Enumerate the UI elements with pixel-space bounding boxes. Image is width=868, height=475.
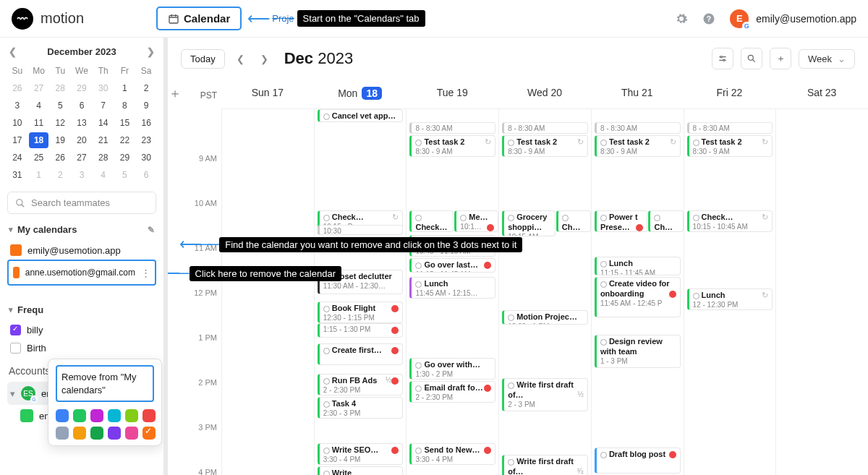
calendar-event[interactable]: Test task 2↻8:30 - 9 AM bbox=[687, 135, 773, 157]
checkbox-icon[interactable] bbox=[10, 343, 21, 354]
minical-day[interactable]: 30 bbox=[136, 150, 156, 166]
minical-day[interactable]: 16 bbox=[136, 115, 156, 131]
frequent-billy[interactable]: billy bbox=[7, 321, 156, 339]
user-avatar[interactable]: EG bbox=[730, 9, 749, 28]
minical-day[interactable]: 21 bbox=[93, 132, 114, 148]
minical-day[interactable]: 28 bbox=[50, 80, 70, 96]
add-event-icon[interactable]: ＋ bbox=[770, 48, 791, 69]
calendar-event[interactable]: Design review with team1 - 3 PM bbox=[595, 335, 681, 368]
calendar-event[interactable]: Check…↻10:15 - 10:45 AM bbox=[687, 210, 773, 232]
calendar-event[interactable]: Ch…↻10:1… bbox=[556, 210, 591, 232]
minical-day[interactable]: 4 bbox=[29, 98, 49, 114]
minical-day[interactable]: 27 bbox=[72, 150, 92, 166]
calendar-event[interactable]: Task 42:30 - 3 PM bbox=[318, 397, 404, 419]
calendar-event[interactable]: 8 - 8:30 AM bbox=[502, 122, 588, 134]
calendar-event[interactable]: Book Flight12:30 - 1:15 PM bbox=[318, 301, 404, 323]
calendar-event[interactable]: Create first… bbox=[318, 343, 404, 365]
calendar-event[interactable]: Lunch↻12 - 12:30 PM bbox=[687, 288, 773, 310]
calendar-event[interactable]: Write first draft of…½2 - 3 PM bbox=[502, 378, 588, 411]
minical-day[interactable]: 13 bbox=[72, 115, 92, 131]
color-swatch[interactable] bbox=[125, 427, 138, 440]
color-swatch[interactable] bbox=[90, 427, 103, 440]
day-column-sat[interactable] bbox=[775, 109, 868, 475]
calendar-event[interactable]: Write first draft of…²⁄₂ bbox=[502, 455, 588, 475]
color-swatch[interactable] bbox=[73, 409, 86, 422]
next-week[interactable]: ❯ bbox=[256, 52, 273, 66]
minical-day[interactable]: 3 bbox=[7, 98, 27, 114]
minical-day[interactable]: 12 bbox=[50, 115, 70, 131]
calendar-event[interactable]: 8 - 8:30 AM bbox=[595, 122, 681, 134]
minical-day[interactable]: 23 bbox=[136, 132, 156, 148]
minical-prev[interactable]: ❮ bbox=[9, 46, 17, 57]
calendar-event[interactable]: 10:30 bbox=[318, 225, 404, 235]
minical-day[interactable]: 2 bbox=[50, 167, 70, 183]
prev-week[interactable]: ❮ bbox=[232, 52, 249, 66]
color-swatch[interactable] bbox=[90, 409, 103, 422]
frequent-birth[interactable]: Birth bbox=[7, 339, 156, 357]
calendar-event[interactable]: Me…10:1… bbox=[454, 210, 498, 232]
calendar-event[interactable]: Power t Prese… bbox=[595, 210, 647, 232]
search-teammates-input[interactable]: Search teammates bbox=[7, 192, 156, 214]
minical-day[interactable]: 11 bbox=[29, 115, 49, 131]
help-icon[interactable]: ? bbox=[702, 12, 715, 25]
minical-day[interactable]: 8 bbox=[115, 98, 135, 114]
minical-day[interactable]: 1 bbox=[29, 167, 49, 183]
settings-sliders-icon[interactable] bbox=[712, 48, 733, 69]
minical-day[interactable]: 17 bbox=[7, 132, 27, 148]
calendar-event[interactable]: Go over last…11:15 - 11:45 AM bbox=[409, 258, 495, 273]
section-my-calendars[interactable]: ▾ My calendars ✎ bbox=[7, 218, 156, 241]
today-button[interactable]: Today bbox=[181, 49, 225, 69]
day-column-thu[interactable]: 8 - 8:30 AMTest task 2↻8:30 - 9 AMPower … bbox=[591, 109, 684, 475]
minical-day[interactable]: 9 bbox=[136, 98, 156, 114]
add-calendar-icon[interactable]: ＋ bbox=[168, 85, 182, 109]
minical-day[interactable]: 26 bbox=[7, 80, 27, 96]
calendar-item-emily[interactable]: emily@usemotion.app bbox=[7, 241, 156, 260]
color-swatch[interactable] bbox=[125, 409, 138, 422]
day-column-wed[interactable]: 8 - 8:30 AMTest task 2↻8:30 - 9 AMGrocer… bbox=[498, 109, 591, 475]
color-swatch[interactable] bbox=[108, 427, 121, 440]
color-swatch[interactable] bbox=[56, 409, 69, 422]
minical-day[interactable]: 6 bbox=[136, 167, 156, 183]
minical-day[interactable]: 15 bbox=[115, 115, 135, 131]
minical-day[interactable]: 7 bbox=[93, 98, 114, 114]
minical-day[interactable]: 2 bbox=[136, 80, 156, 96]
search-calendar-icon[interactable] bbox=[741, 48, 762, 69]
calendar-item-anne[interactable]: anne.usemotion@gmail.com ⋮ bbox=[10, 263, 153, 282]
calendar-event[interactable]: Email draft fo…2 - 2:30 PM bbox=[409, 381, 495, 403]
color-swatch[interactable] bbox=[108, 409, 121, 422]
color-swatch[interactable] bbox=[142, 409, 156, 422]
calendar-event[interactable]: Grocery shoppi…10:15 AM - 12:15 P bbox=[502, 210, 555, 236]
calendar-event[interactable]: Motion Projec…12:30 - 1 PM bbox=[502, 310, 588, 325]
calendar-event[interactable]: Run FB Ads½2 - 2:30 PM bbox=[318, 374, 404, 395]
minical-day[interactable]: 3 bbox=[72, 167, 92, 183]
minical-day[interactable]: 6 bbox=[72, 98, 92, 114]
minical-day[interactable]: 29 bbox=[72, 80, 92, 96]
day-column-sun[interactable] bbox=[221, 109, 314, 475]
calendar-event[interactable]: Write SEO…3:30 - 4 PM bbox=[318, 443, 404, 465]
section-frequently[interactable]: ▾ Frequ bbox=[7, 299, 156, 321]
calendar-event[interactable]: Lunch11:45 AM - 12:15… bbox=[409, 277, 495, 299]
minical-day[interactable]: 19 bbox=[50, 132, 70, 148]
minical-day[interactable]: 10 bbox=[7, 115, 27, 131]
minical-day[interactable]: 18 bbox=[29, 132, 49, 148]
minical-day[interactable]: 29 bbox=[115, 150, 135, 166]
minical-day[interactable]: 14 bbox=[93, 115, 114, 131]
remove-from-my-calendars[interactable]: Remove from "My calendars" bbox=[56, 365, 154, 402]
calendar-event[interactable]: 8 - 8:30 AM bbox=[687, 122, 773, 134]
minical-day[interactable]: 25 bbox=[29, 150, 49, 166]
gear-icon[interactable] bbox=[675, 12, 688, 25]
calendar-event[interactable]: Check…10:15 - bbox=[409, 210, 454, 232]
day-column-fri[interactable]: 8 - 8:30 AMTest task 2↻8:30 - 9 AMCheck…… bbox=[684, 109, 776, 475]
calendar-event[interactable]: Lunch11:15 - 11:45 AM bbox=[595, 257, 681, 275]
minical-day[interactable]: 26 bbox=[50, 150, 70, 166]
calendar-event[interactable]: 8 - 8:30 AM bbox=[409, 122, 495, 134]
minical-day[interactable]: 1 bbox=[115, 80, 135, 96]
minical-day[interactable]: 30 bbox=[93, 80, 114, 96]
calendar-more-icon[interactable]: ⋮ bbox=[141, 268, 150, 278]
minical-day[interactable]: 4 bbox=[93, 167, 114, 183]
color-swatch[interactable] bbox=[142, 427, 156, 440]
minical-day[interactable]: 27 bbox=[29, 80, 49, 96]
calendar-event[interactable]: Test task 2↻8:30 - 9 AM bbox=[502, 135, 588, 157]
calendar-event[interactable]: Test task 2↻8:30 - 9 AM bbox=[409, 135, 495, 157]
calendar-event[interactable]: Ch…↻10:1… bbox=[648, 210, 683, 232]
